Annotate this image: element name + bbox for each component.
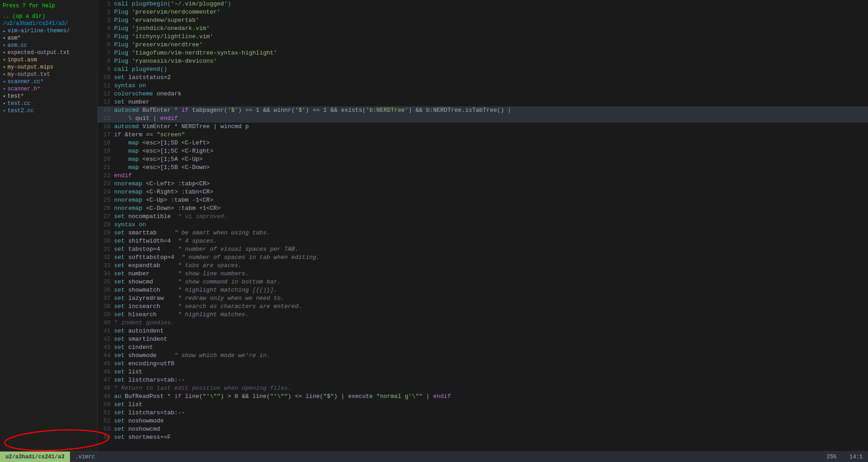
line-content: endif — [114, 172, 868, 180]
line-content: set hlsearch " highlight matches. — [114, 311, 868, 319]
sidebar-item-scanner-h[interactable]: ▪ scanner.h* — [0, 85, 97, 93]
line-number: 29 — [98, 229, 114, 237]
code-line-24: 24 nnoremap <C-Right> :tabn<CR> — [98, 188, 868, 196]
line-content: set listchars=tab:-- — [114, 376, 868, 384]
code-line-16: 16 autocmd VimEnter * NERDTree | wincmd … — [98, 123, 868, 131]
code-line-19: 19 map <esc>[1;5C <C-Right> — [98, 147, 868, 155]
line-number: 49 — [98, 392, 114, 401]
status-percent: 25% — [827, 454, 837, 460]
line-content: set noshowcmd — [114, 425, 868, 433]
file-icon: ▪ — [3, 79, 6, 84]
line-content: Plug 'itchyny/lightline.vim' — [114, 33, 868, 41]
file-icon: ▪ — [3, 35, 6, 41]
line-content: map <esc>[1;5D <C-Left> — [114, 139, 868, 147]
line-number: 27 — [98, 213, 114, 221]
code-line-31: 31 set tabstop=4 " number of visual spac… — [98, 245, 868, 253]
main-container: Press ? for help .. (up a dir) /u2/a3had… — [0, 0, 868, 451]
line-content: set softtabstop=4 " number of spaces in … — [114, 253, 868, 262]
code-line-54: 54 set shortmess+=F — [98, 433, 868, 442]
line-number: 19 — [98, 147, 114, 155]
line-number: 38 — [98, 303, 114, 311]
line-content: set showmode " show which mode we're in. — [114, 352, 868, 360]
line-number: 30 — [98, 237, 114, 245]
line-content: set showcmd " show command in bottom bar… — [114, 278, 868, 286]
line-content: set smartindent — [114, 335, 868, 343]
sidebar-updir[interactable]: .. (up a dir) — [0, 13, 97, 20]
line-content: set incsearch " search as characters are… — [114, 303, 868, 311]
code-area[interactable]: 1 call plug#begin('~/.vim/plugged') 2 Pl… — [98, 0, 868, 451]
line-content: nnoremap <C-Left> :tabp<CR> — [114, 180, 868, 188]
code-line-28: 28 syntax on — [98, 221, 868, 229]
line-number: 43 — [98, 343, 114, 352]
code-line-35: 35 set showcmd " show command in bottom … — [98, 278, 868, 286]
line-number: 34 — [98, 270, 114, 278]
line-content: set tabstop=4 " number of visual spaces … — [114, 245, 868, 253]
code-line-4: 4 Plug 'joshdick/onedark.vim' — [98, 25, 868, 33]
code-line-1: 1 call plug#begin('~/.vim/plugged') — [98, 0, 868, 8]
line-number: 23 — [98, 180, 114, 188]
line-number: 21 — [98, 164, 114, 172]
line-number: 26 — [98, 204, 114, 213]
line-number: 12 — [98, 90, 114, 98]
file-icon: ▪ — [3, 86, 6, 92]
line-number: 13 — [98, 98, 114, 106]
sidebar-file-label: input.asm — [8, 57, 37, 63]
file-icon: ▪ — [3, 108, 6, 114]
code-line-26: 26 nnoremap <C-Down> :tabm +1<CR> — [98, 204, 868, 213]
sidebar-item-expected-output[interactable]: ▪ expected-output.txt — [0, 49, 97, 56]
line-content: \ quit | endif — [114, 114, 868, 123]
line-number: 18 — [98, 139, 114, 147]
file-icon: ▪ — [3, 57, 6, 63]
line-number: 4 — [98, 25, 114, 33]
line-content: set autoindent — [114, 327, 868, 335]
line-content: set laststatus=2 — [114, 74, 868, 82]
code-line-45: 45 set encoding=utf8 — [98, 360, 868, 368]
sidebar-item-test-cc[interactable]: ▪ test.cc — [0, 100, 97, 107]
line-number: 53 — [98, 425, 114, 433]
sidebar-folder-label: vim-airline-themes/ — [8, 28, 70, 34]
code-line-34: 34 set number " show line numbers. — [98, 270, 868, 278]
line-number: 32 — [98, 253, 114, 262]
line-number: 20 — [98, 155, 114, 164]
sidebar-item-test[interactable]: ▪ test* — [0, 93, 97, 100]
sidebar-item-asm-cc[interactable]: ▪ asm.cc — [0, 42, 97, 49]
code-line-53: 53 set noshowcmd — [98, 425, 868, 433]
line-content: set showmatch " highlight matching [{()}… — [114, 286, 868, 294]
code-line-27: 27 set nocompatible " vi improved. — [98, 213, 868, 221]
line-content: nnoremap <C-Right> :tabn<CR> — [114, 188, 868, 196]
sidebar-item-scanner-cc[interactable]: ▪ scanner.cc* — [0, 78, 97, 85]
sidebar-item-input-asm[interactable]: ▪ input.asm — [0, 56, 97, 64]
code-line-15: 15 \ quit | endif — [98, 114, 868, 123]
sidebar-item-vim-airline-themes[interactable]: ▸ vim-airline-themes/ — [0, 27, 97, 35]
line-content: if &term == "screen" — [114, 131, 868, 139]
line-number: 50 — [98, 401, 114, 409]
code-line-2: 2 Plug 'preservim/nerdcommenter' — [98, 8, 868, 16]
sidebar-file-label: test2.cc — [8, 108, 34, 114]
code-line-25: 25 nnoremap <C-Up> :tabm -1<CR> — [98, 196, 868, 204]
code-line-11: 11 syntax on — [98, 82, 868, 90]
sidebar-item-my-output-mips[interactable]: ▪ my-output.mips — [0, 64, 97, 71]
line-content: Plug 'ervandew/supertab' — [114, 16, 868, 25]
line-content: " indent goodies. — [114, 319, 868, 327]
sidebar-item-my-output-txt[interactable]: ▪ my-output.txt — [0, 71, 97, 78]
sidebar-item-asm[interactable]: ▪ asm* — [0, 35, 97, 42]
sidebar-file-label: my-output.txt — [8, 71, 50, 78]
line-content: set number — [114, 98, 868, 106]
code-line-30: 30 set shiftwidth=4 " 4 spaces. — [98, 237, 868, 245]
line-number: 2 — [98, 8, 114, 16]
line-number: 54 — [98, 433, 114, 442]
line-number: 5 — [98, 33, 114, 41]
line-number: 36 — [98, 286, 114, 294]
line-content: set lazyredraw " redraw only when we nee… — [114, 294, 868, 303]
code-line-29: 29 set smarttab " be smart when using ta… — [98, 229, 868, 237]
line-number: 52 — [98, 417, 114, 425]
code-line-32: 32 set softtabstop=4 " number of spaces … — [98, 253, 868, 262]
line-number: 17 — [98, 131, 114, 139]
sidebar-file-label: asm.cc — [8, 42, 27, 49]
line-number: 9 — [98, 65, 114, 74]
code-line-50: 50 set list — [98, 401, 868, 409]
sidebar-item-test2-cc[interactable]: ▪ test2.cc — [0, 107, 97, 114]
code-line-9: 9 call plug#end() — [98, 65, 868, 74]
code-line-40: 40 " indent goodies. — [98, 319, 868, 327]
sidebar: Press ? for help .. (up a dir) /u2/a3had… — [0, 0, 98, 451]
